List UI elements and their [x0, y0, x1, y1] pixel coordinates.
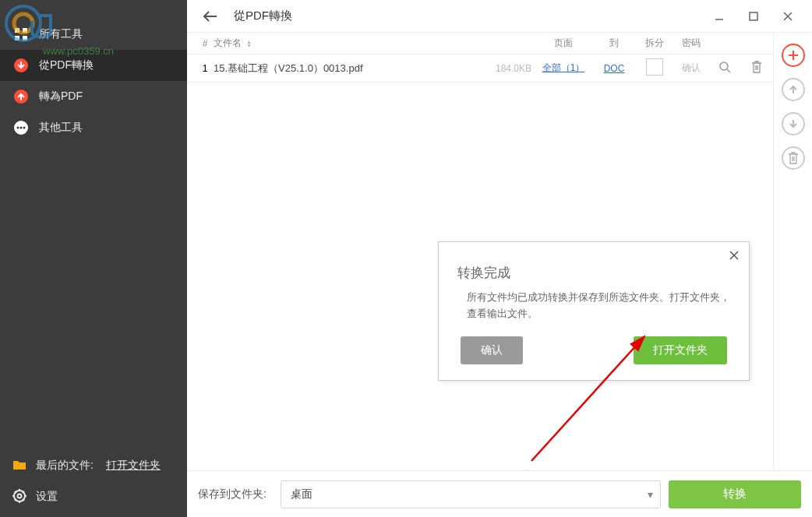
right-toolbar: [773, 33, 812, 470]
row-index: 1: [196, 62, 214, 74]
move-up-button[interactable]: [782, 78, 805, 101]
maximize-icon: [748, 11, 759, 22]
main-panel: 從PDF轉換 # 文件名 ▲▼: [187, 0, 812, 517]
svg-point-9: [17, 127, 19, 129]
add-file-button[interactable]: [782, 44, 805, 67]
row-filename: 15.基础工程（V25.1.0）0013.pdf: [214, 62, 471, 76]
row-target-link[interactable]: DOC: [604, 63, 625, 74]
sidebar-item-label: 轉為PDF: [39, 90, 83, 104]
arrow-down-icon: [788, 118, 799, 129]
row-split-checkbox[interactable]: [646, 58, 663, 76]
svg-rect-4: [15, 36, 19, 40]
convert-button[interactable]: 转换: [669, 480, 801, 508]
sidebar-item-from-pdf[interactable]: 從PDF轉換: [0, 50, 187, 81]
sidebar-item-to-pdf[interactable]: 轉為PDF: [0, 81, 187, 112]
window-controls: [709, 6, 798, 26]
sidebar-nav: 所有工具 從PDF轉換 轉為PDF 其他工具: [0, 0, 187, 450]
table-header: # 文件名 ▲▼ 页面 到 拆分 密码: [187, 33, 773, 55]
col-pages-header: 页面: [535, 37, 592, 50]
close-icon: [729, 250, 740, 261]
col-target-header: 到: [592, 37, 636, 50]
save-folder-value: 桌面: [291, 487, 312, 501]
sidebar-item-label: 其他工具: [39, 121, 83, 135]
col-split-header: 拆分: [636, 37, 673, 50]
col-index-header: #: [196, 38, 214, 49]
chevron-down-icon: ▾: [648, 488, 653, 501]
row-delete-button[interactable]: [751, 61, 762, 73]
conversion-complete-dialog: 转换完成 所有文件均已成功转换并保存到所选文件夹。打开文件夹，查看输出文件。 确…: [438, 241, 750, 381]
dialog-close-button[interactable]: [726, 247, 743, 264]
arrow-down-circle-icon: [12, 57, 30, 74]
dialog-ok-button[interactable]: 确认: [461, 336, 523, 364]
svg-rect-3: [23, 28, 27, 33]
row-preview-button[interactable]: [718, 61, 731, 73]
move-down-button[interactable]: [782, 112, 805, 135]
page-title: 從PDF轉換: [234, 9, 292, 23]
settings-label: 设置: [36, 490, 58, 504]
grid-icon: [12, 26, 30, 43]
svg-rect-5: [23, 36, 27, 40]
col-name-header[interactable]: 文件名 ▲▼: [214, 37, 471, 50]
recent-files-label: 最后的文件:: [36, 459, 94, 473]
footer-bar: 保存到文件夹: 桌面 ▾ 转换: [187, 470, 812, 517]
file-list-area: # 文件名 ▲▼ 页面 到 拆分 密码 1 15.基础工程（V25.1.0）00…: [187, 33, 773, 470]
svg-point-10: [20, 127, 23, 129]
dialog-open-folder-button[interactable]: 打开文件夹: [634, 336, 727, 364]
gear-icon: [12, 489, 26, 505]
arrow-left-icon: [203, 11, 217, 22]
svg-line-17: [727, 69, 730, 72]
dialog-title: 转换完成: [457, 264, 730, 282]
trash-icon: [751, 61, 762, 73]
sidebar-bottom: 最后的文件: 打开文件夹 设置: [0, 450, 187, 517]
save-folder-select[interactable]: 桌面 ▾: [281, 480, 661, 508]
svg-point-11: [23, 127, 26, 129]
dialog-message: 所有文件均已成功转换并保存到所选文件夹。打开文件夹，查看输出文件。: [467, 290, 730, 322]
close-button[interactable]: [778, 6, 798, 26]
sidebar-item-label: 從PDF轉換: [39, 58, 94, 72]
sidebar-item-label: 所有工具: [39, 27, 83, 41]
minimize-button[interactable]: [709, 6, 729, 26]
arrow-up-circle-icon: [12, 88, 30, 105]
sidebar: www.pc0359.cn 所有工具 從PDF轉換 轉為PDF: [0, 0, 187, 517]
sort-icon: ▲▼: [246, 40, 252, 47]
settings-row[interactable]: 设置: [0, 481, 187, 512]
plus-icon: [787, 49, 800, 62]
open-folder-link[interactable]: 打开文件夹: [106, 459, 161, 473]
svg-rect-15: [750, 12, 757, 20]
arrow-up-icon: [788, 84, 799, 95]
folder-icon: [12, 459, 26, 473]
titlebar: 從PDF轉換: [187, 0, 812, 33]
save-folder-label: 保存到文件夹:: [198, 487, 267, 501]
content-wrap: # 文件名 ▲▼ 页面 到 拆分 密码 1 15.基础工程（V25.1.0）00…: [187, 33, 812, 470]
recent-files-row: 最后的文件: 打开文件夹: [0, 450, 187, 481]
row-password-label[interactable]: 确认: [682, 62, 701, 73]
trash-icon: [788, 152, 799, 164]
search-icon: [718, 61, 731, 73]
svg-rect-2: [15, 28, 19, 33]
svg-point-13: [18, 494, 22, 498]
row-pages-link[interactable]: 全部（1）: [542, 62, 585, 73]
row-filesize: 184.0KB: [471, 63, 535, 74]
col-password-header: 密码: [673, 37, 709, 50]
sidebar-item-other-tools[interactable]: 其他工具: [0, 112, 187, 143]
table-row: 1 15.基础工程（V25.1.0）0013.pdf 184.0KB 全部（1）…: [187, 55, 773, 83]
svg-point-16: [720, 62, 728, 70]
minimize-icon: [714, 11, 725, 22]
back-button[interactable]: [201, 7, 220, 26]
sidebar-item-all-tools[interactable]: 所有工具: [0, 19, 187, 50]
clear-all-button[interactable]: [782, 146, 805, 170]
app-root: www.pc0359.cn 所有工具 從PDF轉換 轉為PDF: [0, 0, 812, 517]
maximize-button[interactable]: [743, 6, 764, 26]
more-circle-icon: [12, 119, 30, 136]
close-icon: [782, 11, 793, 22]
